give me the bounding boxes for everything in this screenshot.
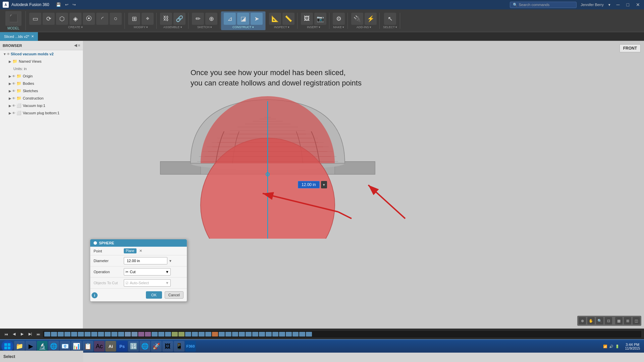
- model-cube-icon[interactable]: ⬛: [5, 11, 21, 26]
- sketches-item[interactable]: ▶ 👁 📁 Sketches: [0, 87, 83, 95]
- redo-icon[interactable]: ↪: [71, 2, 77, 8]
- sketch-icon2[interactable]: ⊕: [205, 13, 217, 25]
- taskbar-app3-icon[interactable]: 📱: [174, 341, 184, 352]
- construct-icon2[interactable]: ◪: [237, 13, 249, 25]
- taskbar-clock[interactable]: 3:44 PM 11/9/2015: [623, 343, 643, 350]
- undo-icon[interactable]: ↩: [64, 2, 70, 8]
- viewport-canvas[interactable]: FRONT Once you see how your model has be…: [83, 41, 644, 328]
- info-button[interactable]: i: [92, 292, 98, 298]
- taskbar-calc-icon[interactable]: 🔢: [128, 341, 139, 352]
- timeline-item: [219, 332, 225, 337]
- model-label[interactable]: MODEL: [7, 26, 19, 30]
- taskbar-browser2-icon[interactable]: 🌐: [140, 341, 150, 352]
- sweep-icon[interactable]: ⬡: [56, 13, 68, 25]
- taskbar-acrobat-icon[interactable]: Ac: [94, 341, 105, 352]
- assemble-label[interactable]: ASSEMBLE ▾: [163, 25, 182, 29]
- fit-icon[interactable]: ⊡: [605, 317, 612, 324]
- browser-root-item[interactable]: ▼ 👁 Sliced vacuum molds v2: [0, 50, 83, 58]
- create-label[interactable]: CREATE ▾: [68, 25, 83, 29]
- ok-button[interactable]: OK: [146, 291, 162, 299]
- addins-icon1[interactable]: 🔌: [351, 13, 363, 25]
- taskbar-illustrator-icon[interactable]: Ai: [105, 341, 116, 352]
- assemble-icon1[interactable]: ⛓: [160, 13, 172, 25]
- timeline-track[interactable]: [43, 331, 641, 338]
- construct-icon1[interactable]: ⊿: [224, 13, 236, 25]
- timeline-back-icon[interactable]: ◀: [11, 331, 17, 338]
- sphere-icon[interactable]: ○: [110, 13, 122, 25]
- modify-label[interactable]: MODIFY ▾: [134, 25, 148, 29]
- fillet-icon[interactable]: ◜: [96, 13, 108, 25]
- diameter-dropdown-icon[interactable]: ▼: [169, 259, 172, 263]
- collapse-icon[interactable]: ◀: [74, 43, 77, 48]
- diameter-input[interactable]: 12.00 in: [124, 257, 167, 264]
- cancel-button[interactable]: Cancel: [165, 291, 183, 299]
- construction-item[interactable]: ▶ 👁 📁 Construction: [0, 95, 83, 102]
- snap-icon[interactable]: ◫: [633, 317, 640, 324]
- display-mode-icon[interactable]: ▦: [615, 317, 623, 324]
- minimize-icon[interactable]: ─: [615, 2, 621, 7]
- origin-item[interactable]: ▶ 👁 📁 Origin: [0, 72, 83, 80]
- timeline-forward-icon[interactable]: ▶|: [27, 331, 34, 338]
- dimension-dropdown-arrow[interactable]: ▼: [321, 181, 327, 188]
- tab-close-button[interactable]: ✕: [31, 35, 34, 38]
- quick-save-icon[interactable]: 💾: [55, 2, 62, 8]
- close-icon[interactable]: ✕: [635, 2, 641, 7]
- loft-icon[interactable]: ◈: [69, 13, 82, 25]
- select-icon1[interactable]: ↖: [384, 13, 396, 25]
- grid-icon[interactable]: ⊞: [624, 317, 631, 324]
- vacuum-top-item[interactable]: ▶ 👁 ⬜ Vacuum top:1: [0, 102, 83, 109]
- select-toolbar-label[interactable]: SELECT ▾: [383, 25, 397, 29]
- taskbar-fusion-icon[interactable]: F360: [185, 341, 196, 352]
- assemble-icon2[interactable]: 🔗: [173, 13, 185, 25]
- timeline-prev-icon[interactable]: ⏮: [3, 331, 9, 338]
- taskbar-outlook-icon[interactable]: 📧: [60, 341, 70, 352]
- inspect-label[interactable]: INSPECT ▾: [274, 25, 289, 29]
- plane-badge[interactable]: Plane: [124, 248, 137, 253]
- revolve-icon[interactable]: ⟳: [43, 13, 55, 25]
- timeline-item: [279, 332, 285, 337]
- insert-icon2[interactable]: 📷: [314, 13, 326, 25]
- active-tab[interactable]: Sliced ...lds v2* ✕: [0, 32, 38, 41]
- taskbar-chrome-icon[interactable]: 🌐: [48, 341, 59, 352]
- make-icon1[interactable]: ⚙: [333, 13, 345, 25]
- vacuum-plug-item[interactable]: ▶ 👁 ⬜ Vacuum plug bottom:1: [0, 109, 83, 117]
- taskbar-photoshop-icon[interactable]: Ps: [117, 341, 127, 352]
- construct-icon-arrow[interactable]: ➤: [251, 13, 263, 25]
- modify-icon2[interactable]: ⌖: [142, 13, 154, 25]
- taskbar-excel-icon[interactable]: 📊: [71, 341, 82, 352]
- sketch-label[interactable]: SKETCH ▾: [197, 25, 212, 29]
- taskbar-app2-icon[interactable]: 🚀: [151, 341, 162, 352]
- point-clear-icon[interactable]: ✕: [139, 249, 142, 253]
- inspect-icon1[interactable]: 📐: [269, 13, 281, 25]
- zoom-icon[interactable]: 🔍: [596, 317, 603, 324]
- hole-icon[interactable]: ⦿: [83, 13, 95, 25]
- addins-icon2[interactable]: ⚡: [365, 13, 377, 25]
- search-bar[interactable]: 🔍 Search commands: [510, 2, 577, 8]
- maximize-icon[interactable]: □: [625, 2, 631, 7]
- dimension-input-box[interactable]: 12.00 in: [298, 181, 320, 188]
- orbit-icon[interactable]: ⊕: [579, 317, 586, 324]
- extrude-icon[interactable]: ▭: [29, 13, 41, 25]
- user-chevron-icon[interactable]: ▼: [608, 3, 611, 7]
- sketch-icon1[interactable]: ✏: [192, 13, 204, 25]
- taskbar-word-icon[interactable]: 📋: [83, 341, 93, 352]
- timeline-next-icon[interactable]: ⏭: [35, 331, 42, 338]
- bodies-item[interactable]: ▶ 👁 📁 Bodies: [0, 80, 83, 87]
- taskbar-media-icon[interactable]: ▶: [25, 341, 36, 352]
- addins-label[interactable]: ADD-INS ▾: [357, 25, 372, 29]
- named-views-item[interactable]: ▶ 📁 Named Views: [0, 58, 83, 65]
- insert-label[interactable]: INSERT ▾: [307, 25, 320, 29]
- modify-icon1[interactable]: ⊞: [128, 13, 140, 25]
- pan-icon[interactable]: ✋: [587, 317, 595, 324]
- insert-icon1[interactable]: 🖼: [301, 13, 313, 25]
- objects-dropdown[interactable]: ☑ Auto-Select ▼: [124, 279, 171, 287]
- taskbar-explorer-icon[interactable]: 📁: [14, 341, 25, 352]
- construct-label[interactable]: CONSTRUCT ▾: [232, 25, 254, 29]
- taskbar-photos-icon[interactable]: 🖼: [162, 341, 173, 352]
- browser-options-icon[interactable]: ≡: [78, 43, 80, 48]
- taskbar-app1-icon[interactable]: 🔬: [37, 341, 48, 352]
- timeline-play-icon[interactable]: ▶: [19, 331, 25, 338]
- operation-dropdown[interactable]: ✂ Cut ▼: [124, 268, 171, 276]
- make-label[interactable]: MAKE ▾: [333, 25, 344, 29]
- inspect-icon2[interactable]: 📏: [282, 13, 294, 25]
